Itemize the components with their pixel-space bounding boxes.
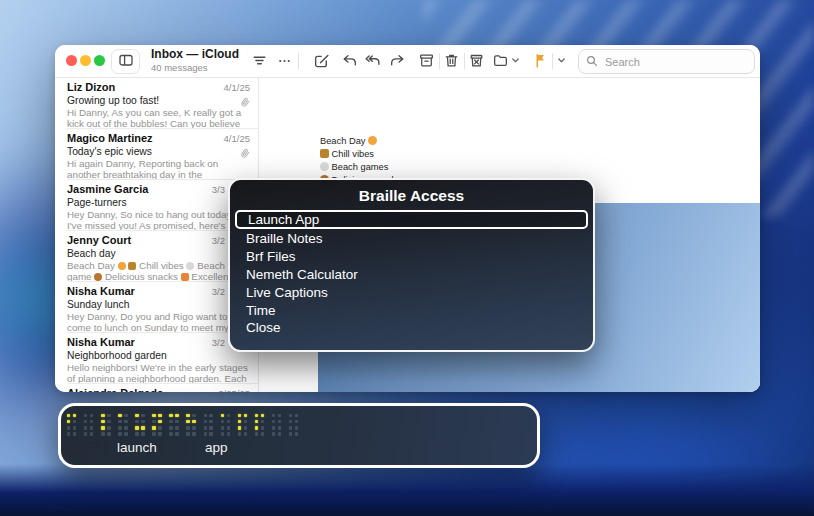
braille-dot [67, 426, 70, 429]
toggle-sidebar-button[interactable] [111, 49, 140, 74]
menu-item-time[interactable]: Time [230, 302, 593, 320]
zoom-window-button[interactable] [94, 55, 105, 66]
braille-cell-row [152, 432, 164, 435]
braille-dot [152, 414, 155, 417]
braille-dot [209, 420, 212, 423]
text-segment: Hello neighbors! We're in the early stag… [67, 362, 248, 385]
braille-dot [255, 420, 258, 423]
braille-dot [141, 420, 144, 423]
message-preview: Hello neighbors! We're in the early stag… [67, 362, 249, 385]
braille-dot [221, 414, 224, 417]
menu-item-braille-notes[interactable]: Braille Notes [230, 230, 593, 248]
braille-cell [101, 414, 113, 438]
message-subject: Beach day [67, 248, 116, 259]
message-date: 4/1/25 [224, 82, 250, 93]
braille-cell [204, 414, 216, 438]
message-row[interactable]: Alejandra Delgado3/25/25 [55, 384, 258, 392]
braille-dot [272, 432, 275, 435]
braille-cell-row [186, 420, 198, 423]
more-icon[interactable] [276, 52, 293, 69]
minimize-window-button[interactable] [80, 55, 91, 66]
filter-icon[interactable] [251, 52, 268, 69]
message-date: 3/2 [212, 235, 225, 246]
braille-dot [192, 414, 195, 417]
search-field[interactable] [578, 49, 755, 74]
braille-cell-row [152, 426, 164, 429]
braille-dot [141, 426, 144, 429]
braille-dot [84, 420, 87, 423]
menu-item-live-captions[interactable]: Live Captions [230, 284, 593, 302]
window-title: Inbox — iCloud [151, 48, 239, 61]
braille-dot [135, 414, 138, 417]
braille-cell [67, 414, 79, 438]
braille-dot [278, 420, 281, 423]
braille-cell-row [221, 420, 233, 423]
search-input[interactable] [603, 55, 727, 69]
message-row[interactable]: Liz Dizon4/1/25Growing up too fast!Hi Da… [55, 78, 258, 129]
menu-item-brf-files[interactable]: Brf Files [230, 248, 593, 266]
flag-icon[interactable] [533, 52, 550, 69]
chevron-down-icon[interactable] [557, 56, 574, 73]
braille-word: app [205, 440, 228, 455]
braille-dot [135, 432, 138, 435]
braille-cell-row [135, 426, 147, 429]
text-segment: Chill vibes [136, 260, 186, 271]
braille-cell [238, 414, 250, 438]
braille-cell-row [135, 414, 147, 417]
message-sender: Nisha Kumar [67, 336, 135, 348]
archive-icon[interactable] [418, 52, 435, 69]
braille-dot [227, 420, 230, 423]
braille-dot [124, 414, 127, 417]
menu-item-nemeth-calculator[interactable]: Nemeth Calculator [230, 266, 593, 284]
braille-cell-row [255, 420, 267, 423]
compose-icon[interactable] [313, 52, 330, 69]
message-subject: Today's epic views [67, 146, 152, 157]
message-preview: Beach Day Chill vibes Beach game Delicio… [67, 260, 249, 283]
braille-dot [255, 414, 258, 417]
braille-dot [118, 426, 121, 429]
braille-dot [289, 432, 292, 435]
forward-icon[interactable] [389, 52, 406, 69]
message-date: 3/3 [212, 184, 225, 195]
folder-icon[interactable] [492, 52, 509, 69]
braille-dot [204, 432, 207, 435]
braille-cell-row [255, 432, 267, 435]
basket-emoji [320, 149, 329, 158]
braille-dot [107, 426, 110, 429]
braille-cell [118, 414, 130, 438]
message-subject: Growing up too fast! [67, 95, 159, 106]
braille-dot [209, 426, 212, 429]
braille-dot [192, 432, 195, 435]
reply-icon[interactable] [341, 52, 358, 69]
braille-cell-row [186, 432, 198, 435]
beach-umbrella-emoji [368, 136, 377, 145]
message-row[interactable]: Magico Martinez4/1/25Today's epic viewsH… [55, 129, 258, 180]
reply-all-icon[interactable] [364, 52, 381, 69]
message-sender: Liz Dizon [67, 81, 115, 93]
braille-dot [272, 420, 275, 423]
braille-dot [204, 414, 207, 417]
braille-dot [169, 414, 172, 417]
chevron-down-icon[interactable] [511, 56, 528, 73]
braille-dot [175, 420, 178, 423]
menu-item-launch-app[interactable]: Launch App [235, 210, 588, 229]
braille-dot [135, 420, 138, 423]
braille-dot [295, 420, 298, 423]
braille-dot [289, 414, 292, 417]
braille-cell [221, 414, 233, 438]
braille-access-panel: Braille Access Launch AppBraille NotesBr… [228, 178, 595, 352]
close-window-button[interactable] [66, 55, 77, 66]
message-preview: Hi again Danny, Reporting back on anothe… [67, 158, 249, 181]
email-body-line: Beach Day [320, 136, 377, 148]
braille-dot [152, 420, 155, 423]
braille-dot [84, 432, 87, 435]
braille-cell-row [204, 420, 216, 423]
braille-cell-row [221, 432, 233, 435]
braille-cell-row [169, 420, 181, 423]
braille-dot [261, 414, 264, 417]
braille-dot [192, 426, 195, 429]
junk-icon[interactable] [468, 52, 485, 69]
braille-dot [255, 432, 258, 435]
menu-item-close[interactable]: Close [230, 319, 593, 337]
trash-icon[interactable] [443, 52, 460, 69]
